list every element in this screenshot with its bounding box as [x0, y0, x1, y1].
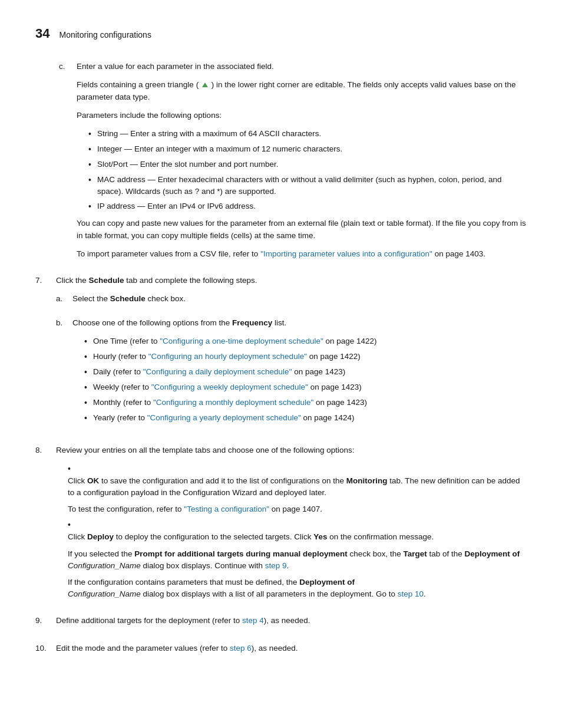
step4-link[interactable]: step 4: [242, 616, 264, 625]
step-8: 8. Review your entries on all the templa…: [35, 444, 527, 605]
bullet-slotport: Slot/Port — Enter the slot number and po…: [88, 159, 527, 171]
step-8-content: Review your entries on all the template …: [56, 444, 527, 605]
yearly-link[interactable]: "Configuring a yearly deployment schedul…: [147, 413, 301, 422]
green-triangle-icon: [202, 83, 208, 87]
step-7b-content: Choose one of the following options from…: [72, 317, 527, 429]
step-9: 9. Define additional targets for the dep…: [35, 615, 527, 633]
bullet-mac: MAC address — Enter hexadecimal characte…: [88, 174, 527, 198]
step-c-text5-pre: To import parameter values from a CSV fi…: [77, 249, 260, 258]
step-7-text: Click the Schedule tab and complete the …: [56, 275, 527, 287]
step-7b-text: Choose one of the following options from…: [72, 317, 527, 330]
step-7a-bold: Schedule: [110, 294, 146, 303]
step6-link[interactable]: step 6: [230, 644, 252, 653]
step-7-num: 7.: [35, 275, 56, 286]
step-7: 7. Click the Schedule tab and complete t…: [35, 275, 527, 435]
step-10-post: ), as needed.: [252, 644, 298, 653]
step-8-num: 8.: [35, 444, 56, 456]
prompt-bold: Prompt for additional targets during man…: [134, 549, 348, 558]
step-9-text: Define additional targets for the deploy…: [56, 615, 527, 627]
step-c-text2-pre: Fields containing a green triangle (: [77, 80, 199, 89]
step-10-pre: Edit the mode and the parameter values (…: [56, 644, 230, 653]
freq-weekly: Weekly (refer to "Configuring a weekly d…: [84, 381, 527, 394]
bullet-ok: Click OK to save the configuration and a…: [68, 463, 527, 516]
step-c-content: Enter a value for each parameter in the …: [77, 61, 527, 266]
step-7a: a. Select the Schedule check box.: [56, 293, 527, 311]
step-c-text4: You can copy and paste new values for th…: [77, 218, 527, 242]
step-9-content: Define additional targets for the deploy…: [56, 615, 527, 633]
step-7b: b. Choose one of the following options f…: [56, 317, 527, 429]
step-c-text3: Parameters include the following options…: [77, 110, 527, 122]
step-7-text-pre: Click the: [56, 276, 89, 285]
step-10-num: 10.: [35, 643, 56, 654]
step-c: c. Enter a value for each parameter in t…: [35, 61, 527, 266]
step-9-post: ), as needed.: [264, 616, 310, 625]
step-10-text: Edit the mode and the parameter values (…: [56, 643, 527, 655]
monitoring-bold: Monitoring: [346, 476, 388, 485]
step-7a-pre: Select the: [72, 294, 110, 303]
page: 34 Monitoring configurations c. Enter a …: [0, 0, 562, 728]
freq-yearly: Yearly (refer to "Configuring a yearly d…: [84, 412, 527, 424]
importing-link[interactable]: "Importing parameter values into a confi…: [260, 249, 432, 258]
step-7a-content: Select the Schedule check box.: [72, 293, 527, 311]
step-9-num: 9.: [35, 615, 56, 627]
monthly-link[interactable]: "Configuring a monthly deployment schedu…: [153, 398, 313, 407]
step-7-bold: Schedule: [89, 276, 124, 285]
step-c-text2: Fields containing a green triangle ( ) i…: [77, 79, 527, 104]
bullet-deploy: Click Deploy to deploy the configuration…: [68, 519, 527, 600]
step-8-text: Review your entries on all the template …: [56, 444, 527, 457]
step-8-bullets: Click OK to save the configuration and a…: [68, 463, 527, 601]
bullet-integer: Integer — Enter an integer with a maximu…: [88, 143, 527, 156]
target-bold: Target: [403, 549, 427, 558]
step-7b-bold: Frequency: [232, 318, 272, 327]
deployment-of-bold: Deployment of: [464, 549, 520, 558]
deploy-bold: Deploy: [87, 532, 114, 541]
page-header: 34 Monitoring configurations: [35, 24, 527, 43]
weekly-link[interactable]: "Configuring a weekly deployment schedul…: [151, 383, 308, 391]
content-area: c. Enter a value for each parameter in t…: [35, 61, 527, 660]
config-name-italic2: Configuration_Name: [68, 589, 141, 598]
step-c-text5-post: on page 1403.: [432, 249, 485, 258]
step-7a-label: a.: [56, 293, 72, 311]
step-7-content: Click the Schedule tab and complete the …: [56, 275, 527, 435]
freq-daily: Daily (refer to "Configuring a daily dep…: [84, 366, 527, 378]
step-7b-pre: Choose one of the following options from…: [72, 318, 232, 327]
step-7a-text: Select the Schedule check box.: [72, 293, 527, 305]
onetime-link[interactable]: "Configuring a one-time deployment sched…: [160, 337, 323, 345]
ok-bold: OK: [87, 476, 99, 485]
step-c-bullets: String — Enter a string with a maximum o…: [88, 128, 527, 213]
step-7-text-post: tab and complete the following steps.: [124, 276, 257, 285]
freq-hourly: Hourly (refer to "Configuring an hourly …: [84, 351, 527, 363]
step-10-content: Edit the mode and the parameter values (…: [56, 643, 527, 661]
chapter-title: Monitoring configurations: [59, 29, 151, 41]
step-7b-post: list.: [272, 318, 286, 327]
freq-onetime: One Time (refer to "Configuring a one-ti…: [84, 335, 527, 348]
bullet-ip: IP address — Enter an IPv4 or IPv6 addre…: [88, 200, 527, 213]
hourly-link[interactable]: "Configuring an hourly deployment schedu…: [148, 352, 307, 361]
step9-link[interactable]: step 9: [265, 561, 287, 570]
yes-bold: Yes: [313, 532, 327, 541]
step-9-pre: Define additional targets for the deploy…: [56, 616, 242, 625]
step-c-text1: Enter a value for each parameter in the …: [77, 61, 527, 73]
daily-link[interactable]: "Configuring a daily deployment schedule…: [143, 367, 292, 376]
step-10: 10. Edit the mode and the parameter valu…: [35, 643, 527, 661]
step-7b-bullets: One Time (refer to "Configuring a one-ti…: [84, 335, 527, 424]
step-7a-post: check box.: [146, 294, 186, 303]
deployment-of-bold2: Deployment of: [299, 578, 355, 587]
page-number: 34: [35, 24, 49, 43]
step-c-label: c.: [59, 61, 77, 266]
testing-link[interactable]: "Testing a configuration": [184, 505, 269, 513]
step10-link[interactable]: step 10: [398, 589, 424, 598]
bullet-string: String — Enter a string with a maximum o…: [88, 128, 527, 140]
step-c-text5: To import parameter values from a CSV fi…: [77, 248, 527, 261]
config-name-italic: Configuration_Name: [68, 561, 141, 570]
freq-monthly: Monthly (refer to "Configuring a monthly…: [84, 397, 527, 409]
step-7b-label: b.: [56, 317, 72, 429]
